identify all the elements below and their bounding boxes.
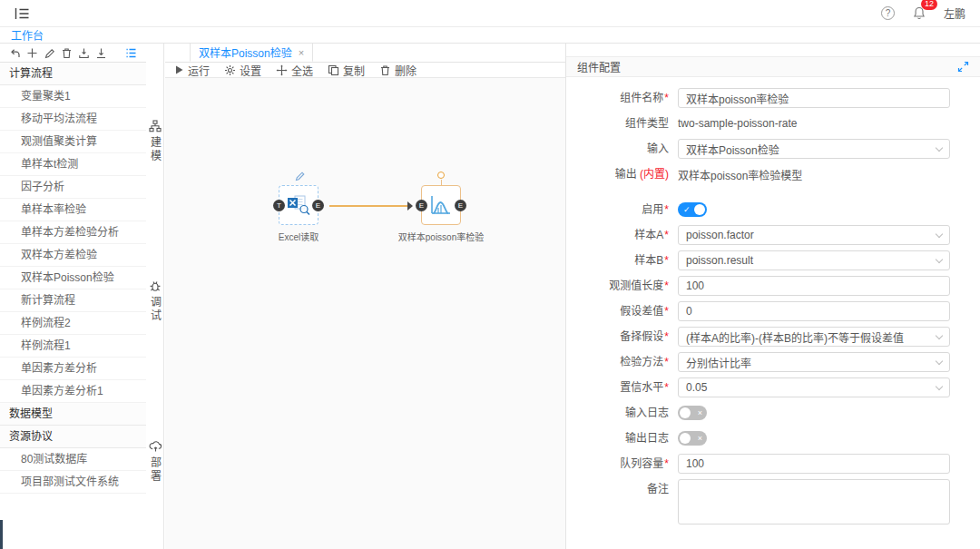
sidebar-item-sample-flow-1[interactable]: 样例流程1 <box>0 335 146 358</box>
username[interactable]: 左鹏 <box>944 5 965 21</box>
help-icon[interactable]: ? <box>881 6 895 20</box>
hypothesis-diff-input[interactable] <box>678 301 950 321</box>
sidebar-item-80-test-database[interactable]: 80测试数据库 <box>0 448 146 471</box>
output-log-toggle[interactable] <box>678 431 707 446</box>
sidebar-item-new-compute-flow[interactable]: 新计算流程 <box>0 289 146 312</box>
rail-item-debug[interactable]: 调试 <box>146 279 164 323</box>
test-method-label: 检验方法 <box>620 356 663 368</box>
node-excel-read[interactable]: T E <box>279 185 318 225</box>
port-poisson-in[interactable]: E <box>416 200 427 211</box>
list-view-icon[interactable] <box>122 45 140 60</box>
input-select[interactable]: 双样本Poisson检验 <box>678 139 950 159</box>
sidebar-item-one-way-anova[interactable]: 单因素方差分析 <box>0 358 146 380</box>
component-config-panel: 组件配置 组件名称* 组件类型 two-sample-poisson-rate … <box>565 44 980 549</box>
required-mark: * <box>664 381 669 394</box>
tab-workbench[interactable]: 工作台 <box>11 27 44 43</box>
observation-length-input[interactable] <box>678 276 950 296</box>
enable-toggle[interactable] <box>678 202 707 217</box>
nav-row: 工作台 <box>0 27 980 44</box>
canvas-tab-row: 双样本Poisson检验 × <box>165 44 565 63</box>
sidebar: 计算流程 变量聚类1 移动平均法流程 观测值聚类计算 单样本t检测 因子分析 单… <box>0 44 146 549</box>
hypothesis-diff-label: 假设差值 <box>620 305 663 318</box>
edit-icon[interactable] <box>41 45 58 60</box>
required-mark: * <box>664 254 669 267</box>
sidebar-item-two-sample-poisson-test[interactable]: 双样本Poisson检验 <box>0 267 146 289</box>
node-label-excel: Excel读取 <box>242 230 355 243</box>
rail-label-modeling: 建模 <box>148 136 163 163</box>
queue-capacity-input[interactable] <box>678 454 950 474</box>
port-excel-in[interactable]: T <box>273 200 285 211</box>
alternative-hypothesis-value: (样本A的比率)-(样本B的比率)不等于假设差值 <box>686 329 904 345</box>
delete-label: 删除 <box>395 63 416 78</box>
undo-icon[interactable] <box>6 45 24 60</box>
port-poisson-out[interactable]: E <box>455 200 466 211</box>
export-icon[interactable] <box>93 45 110 60</box>
close-icon[interactable]: × <box>299 47 304 58</box>
rail-item-deploy[interactable]: 部署 <box>146 440 164 484</box>
sidebar-toolbar <box>0 44 146 63</box>
flow-canvas[interactable]: T E Excel读取 E E 双样本poisson率检验 <box>165 78 565 549</box>
sidebar-item-sample-flow-2[interactable]: 样例流程2 <box>0 312 146 335</box>
sidebar-item-one-way-anova-1[interactable]: 单因素方差分析1 <box>0 380 146 403</box>
chevron-down-icon <box>936 357 943 364</box>
delete-icon[interactable] <box>58 45 75 60</box>
canvas-column: 双样本Poisson检验 × 运行 设置 全选 复制 <box>165 44 565 549</box>
chevron-down-icon <box>936 382 943 389</box>
required-mark: * <box>664 457 669 470</box>
menu-fold-icon[interactable] <box>15 7 30 20</box>
copy-button[interactable]: 复制 <box>328 63 365 78</box>
test-method-value: 分别估计比率 <box>686 355 751 370</box>
import-icon[interactable] <box>75 45 93 60</box>
port-excel-out[interactable]: E <box>312 200 324 211</box>
modeling-icon <box>149 120 162 132</box>
component-name-input[interactable] <box>678 88 950 108</box>
field-enable: 启用* <box>566 200 980 220</box>
sidebar-header-resource-protocols[interactable]: 资源协议 <box>0 426 146 448</box>
play-icon <box>174 64 184 75</box>
sidebar-item-factor-analysis[interactable]: 因子分析 <box>0 176 146 199</box>
sample-b-select[interactable]: poisson.result <box>678 250 950 270</box>
field-confidence-level: 置信水平* 0.05 <box>566 377 980 397</box>
field-observation-length: 观测值长度* <box>566 276 980 296</box>
sample-a-select[interactable]: poisson.factor <box>678 225 950 245</box>
sidebar-item-one-sample-variance-test[interactable]: 单样本方差检验分析 <box>0 221 146 244</box>
run-label: 运行 <box>188 63 210 78</box>
sidebar-item-moving-average-flow[interactable]: 移动平均法流程 <box>0 108 146 131</box>
expand-icon[interactable] <box>957 61 969 73</box>
settings-button[interactable]: 设置 <box>224 63 261 78</box>
sidebar-item-variable-cluster-1[interactable]: 变量聚类1 <box>0 85 146 108</box>
component-type-value: two-sample-poisson-rate <box>678 117 797 130</box>
confidence-level-value: 0.05 <box>686 381 707 394</box>
edge-excel-to-poisson <box>329 205 409 207</box>
sidebar-item-observation-cluster-calc[interactable]: 观测值聚类计算 <box>0 131 146 153</box>
sidebar-header-compute-flows[interactable]: 计算流程 <box>0 63 146 85</box>
mode-rail: 建模 调试 部署 <box>146 44 164 549</box>
notification-bell[interactable]: 12 <box>913 6 926 20</box>
add-icon[interactable] <box>24 45 41 60</box>
sidebar-header-data-models[interactable]: 数据模型 <box>0 403 146 426</box>
output-label: 输出 <box>615 168 637 181</box>
node-two-sample-poisson[interactable]: E E <box>421 185 461 225</box>
scrollbar-thumb[interactable] <box>0 520 3 549</box>
run-button[interactable]: 运行 <box>174 63 210 78</box>
alternative-hypothesis-select[interactable]: (样本A的比率)-(样本B的比率)不等于假设差值 <box>678 327 950 347</box>
remark-textarea[interactable] <box>678 479 950 524</box>
field-remark: 备注 <box>566 479 980 524</box>
output-log-label: 输出日志 <box>566 428 669 448</box>
test-method-select[interactable]: 分别估计比率 <box>678 352 950 372</box>
input-label: 输入 <box>566 139 669 159</box>
canvas-tab-two-sample-poisson[interactable]: 双样本Poisson检验 × <box>190 43 313 62</box>
field-component-name: 组件名称* <box>566 88 980 108</box>
sidebar-item-one-sample-rate-test[interactable]: 单样本率检验 <box>0 199 146 221</box>
required-mark: * <box>664 279 669 292</box>
chevron-down-icon <box>936 143 943 151</box>
sidebar-item-one-sample-t-test[interactable]: 单样本t检测 <box>0 153 146 176</box>
delete-button[interactable]: 删除 <box>379 63 416 78</box>
rail-item-modeling[interactable]: 建模 <box>146 120 164 163</box>
select-all-button[interactable]: 全选 <box>276 63 313 78</box>
input-log-toggle[interactable] <box>678 406 707 420</box>
confidence-level-select[interactable]: 0.05 <box>678 377 950 397</box>
sidebar-item-two-sample-variance-test[interactable]: 双样本方差检验 <box>0 244 146 267</box>
sidebar-item-project-test-file-system[interactable]: 项目部测试文件系统 <box>0 471 146 494</box>
observation-length-label: 观测值长度 <box>609 279 663 292</box>
